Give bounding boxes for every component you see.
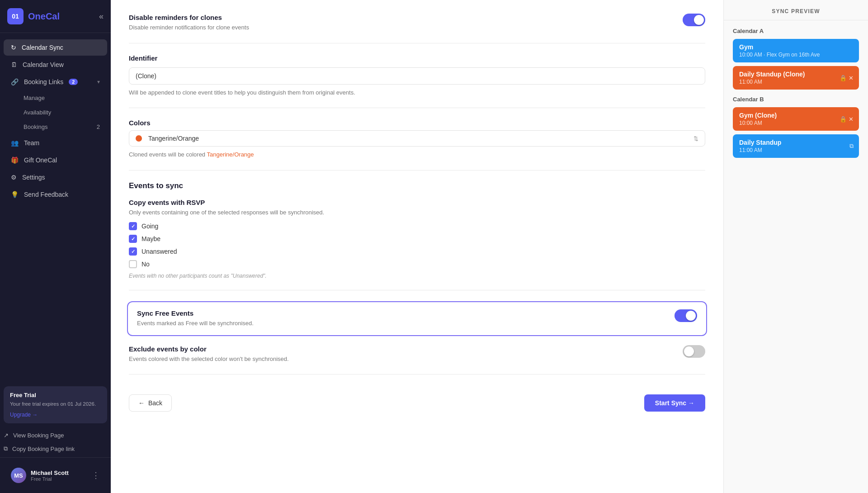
colors-desc: Cloned events will be colored Tangerine/… [129,150,705,159]
event-title: Daily Standup [739,139,853,146]
event-time: 11:00 AM [739,79,853,85]
sync-free-events-toggle[interactable] [675,309,697,322]
copy-rsvp-label: Copy events with RSVP [129,199,705,206]
color-select[interactable]: Tangerine/Orange ⇅ [129,130,705,147]
booking-links-badge: 2 [69,79,78,85]
event-icons: 🔒 ✕ [840,75,854,81]
close-icon: ✕ [849,116,854,123]
lock-icon: 🔒 [840,116,847,123]
color-label: Tangerine/Orange [148,135,689,142]
sidebar-item-send-feedback[interactable]: 💡 Send Feedback [4,186,107,203]
user-info: Michael Scott Free Trial [31,469,87,482]
sidebar-item-label: Send Feedback [24,191,68,198]
event-icons: 🔒 ✕ [840,116,854,123]
identifier-section: Identifier Will be appended to clone eve… [129,54,705,109]
sidebar-item-team[interactable]: 👥 Team [4,135,107,151]
event-title: Gym [739,43,853,51]
sidebar-footer-links: ↗ View Booking Page ⧉ Copy Booking Page … [0,427,111,457]
identifier-label: Identifier [129,54,705,62]
sidebar-item-label: Settings [22,174,45,181]
upgrade-link[interactable]: Upgrade → [10,412,101,418]
view-booking-page-link[interactable]: ↗ View Booking Page [4,429,107,442]
copy-booking-link[interactable]: ⧉ Copy Booking Page link [4,442,107,455]
colors-section: Colors Tangerine/Orange ⇅ Cloned events … [129,119,705,171]
settings-panel: Disable reminders for clones Disable rem… [111,0,723,493]
exclude-by-color-desc: Events colored with the selected color w… [129,355,289,364]
lock-icon: 🔒 [840,75,847,81]
user-menu-button[interactable]: ⋮ [92,470,100,480]
color-dot [136,135,142,142]
user-name: Michael Scott [31,469,87,476]
sidebar-collapse-button[interactable]: « [99,12,104,21]
sidebar-item-calendar-view[interactable]: 🗓 Calendar View [4,57,107,73]
event-card-daily-standup: Daily Standup 11:00 AM ⧉ [733,134,859,158]
copy-icon: ⧉ [849,142,854,150]
event-card-gym-clone: Gym (Clone) 10:00 AM 🔒 ✕ [733,107,859,131]
main-content: Disable reminders for clones Disable rem… [111,0,868,493]
user-row[interactable]: MS Michael Scott Free Trial ⋮ [7,463,104,488]
sidebar-nav: ↻ Calendar Sync 🗓 Calendar View 🔗 Bookin… [0,33,111,383]
sidebar-item-label: Calendar View [23,61,64,68]
exclude-by-color-toggle[interactable] [683,345,705,358]
free-trial-title: Free Trial [10,392,101,398]
settings-icon: ⚙ [11,174,17,181]
sidebar-item-calendar-sync[interactable]: ↻ Calendar Sync [4,39,107,56]
disable-reminders-toggle[interactable] [683,14,705,26]
going-checkbox[interactable]: ✓ [129,222,137,230]
select-arrows-icon: ⇅ [693,135,698,142]
disable-reminders-desc: Disable reminder notifications for clone… [129,23,249,32]
free-trial-banner: Free Trial Your free trial expires on 01… [4,386,107,423]
gift-icon: 🎁 [11,156,19,164]
calendar-b-label: Calendar B [733,96,859,103]
calendar-a-label: Calendar A [733,28,859,34]
colors-label: Colors [129,119,705,127]
checkbox-unanswered[interactable]: ✓ Unanswered [129,247,705,256]
app-logo-icon: 01 [7,8,24,24]
sync-preview-panel: SYNC PREVIEW Calendar A Gym 10:00 AM · F… [723,0,868,493]
free-trial-text: Your free trial expires on 01 Jul 2026. [10,400,101,408]
sync-free-events-desc: Events marked as Free will be synchronis… [137,319,254,328]
event-icons: ⧉ [849,142,854,150]
sidebar-sub-item-bookings[interactable]: Bookings 2 [4,120,107,134]
footer-link-label: Copy Booking Page link [12,446,75,452]
identifier-input[interactable] [129,67,705,85]
maybe-checkbox[interactable]: ✓ [129,235,137,243]
sidebar-item-booking-links[interactable]: 🔗 Booking Links 2 ▾ [4,74,107,90]
event-time: 10:00 AM · Flex Gym on 16th Ave [739,52,853,58]
sidebar-item-settings[interactable]: ⚙ Settings [4,169,107,185]
back-button[interactable]: ← Back [129,394,172,412]
external-link-icon: ↗ [4,432,9,439]
sync-preview-body: Calendar A Gym 10:00 AM · Flex Gym on 16… [724,20,868,169]
sidebar-item-label: Team [24,139,39,147]
copy-rsvp-desc: Only events containing one of the select… [129,208,705,217]
sync-free-events-section: Sync Free Events Events marked as Free w… [127,301,707,336]
event-title: Gym (Clone) [739,112,853,119]
close-icon: ✕ [849,75,854,81]
start-sync-button[interactable]: Start Sync → [644,394,705,412]
exclude-by-color-section: Exclude events by color Events colored w… [129,345,705,375]
checkbox-no[interactable]: No [129,260,705,268]
no-checkbox[interactable] [129,260,137,268]
copy-icon: ⧉ [4,445,8,452]
sidebar-sub-item-manage[interactable]: Manage [4,91,107,105]
sidebar-sub-item-availability[interactable]: Availability [4,105,107,119]
event-title: Daily Standup (Clone) [739,71,853,78]
team-icon: 👥 [11,139,19,147]
checkbox-maybe[interactable]: ✓ Maybe [129,235,705,243]
avatar: MS [11,468,26,483]
back-arrow-icon: ← [138,399,145,407]
event-card-daily-standup-clone: Daily Standup (Clone) 11:00 AM 🔒 ✕ [733,66,859,90]
bookings-badge: 2 [97,123,100,130]
user-plan: Free Trial [31,476,87,482]
unanswered-checkbox[interactable]: ✓ [129,247,137,256]
sidebar-logo: 01 OneCal « [0,0,111,33]
sidebar-item-gift-onecal[interactable]: 🎁 Gift OneCal [4,152,107,168]
events-to-sync-title: Events to sync [129,181,705,190]
checkbox-going[interactable]: ✓ Going [129,222,705,230]
exclude-by-color-label: Exclude events by color [129,345,289,353]
sidebar-footer: MS Michael Scott Free Trial ⋮ [0,457,111,493]
booking-links-icon: 🔗 [11,78,19,85]
sync-free-events-label: Sync Free Events [137,309,254,317]
event-time: 10:00 AM [739,120,853,126]
disable-reminders-section: Disable reminders for clones Disable rem… [129,14,705,43]
